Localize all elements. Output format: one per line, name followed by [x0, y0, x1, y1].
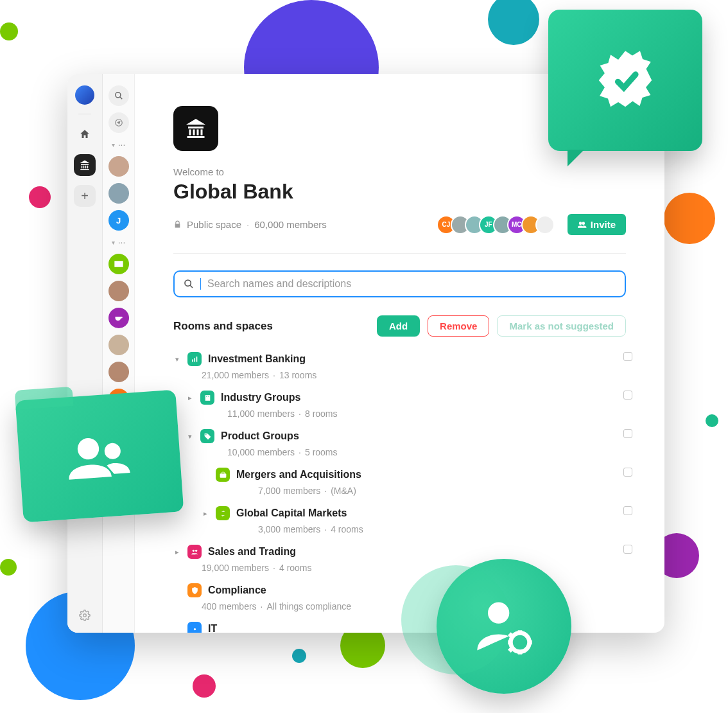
decor-chat-icon: [548, 10, 702, 151]
node-meta: 10,000 members·5 rooms: [227, 447, 626, 457]
mark-not-suggested-button[interactable]: Mark as not suggested: [497, 315, 626, 337]
search-field[interactable]: [173, 270, 626, 297]
node-title: Compliance: [208, 585, 266, 596]
tree-node-gcm: ▸Global Capital Markets3,000 members·4 r…: [173, 504, 626, 534]
caret-down-icon[interactable]: ▾: [173, 355, 181, 364]
room-avatar[interactable]: [108, 156, 129, 177]
space-type-icon: [187, 583, 202, 597]
select-checkbox[interactable]: [623, 352, 632, 361]
space-type-icon: [187, 545, 202, 559]
member-avatar-stack[interactable]: CJJFMC: [442, 215, 555, 234]
decor-folder-icon: [15, 390, 184, 523]
compass-icon[interactable]: [108, 112, 129, 133]
room-avatar[interactable]: [108, 254, 129, 274]
svg-point-10: [205, 434, 206, 435]
decor-circle: [193, 674, 216, 698]
tree-row[interactable]: ▸Industry Groups: [186, 388, 626, 407]
tree-row[interactable]: ▸Global Capital Markets: [202, 504, 626, 523]
decor-circle: [292, 649, 306, 663]
add-button[interactable]: Add: [377, 315, 420, 337]
member-avatar[interactable]: [535, 215, 555, 234]
decor-circle: [488, 0, 539, 45]
space-type-icon: [187, 622, 202, 633]
user-avatar[interactable]: [75, 85, 94, 105]
room-avatar[interactable]: [108, 308, 129, 328]
caret-right-icon[interactable]: ▸: [186, 394, 194, 402]
room-avatar[interactable]: [108, 281, 129, 301]
remove-button[interactable]: Remove: [428, 315, 489, 337]
room-list-column: ··· J···: [103, 74, 135, 633]
node-title: Investment Banking: [208, 353, 306, 365]
node-title: Product Groups: [221, 430, 299, 442]
select-checkbox[interactable]: [623, 506, 632, 515]
svg-rect-4: [192, 359, 193, 362]
select-checkbox[interactable]: [623, 468, 632, 477]
svg-point-14: [193, 628, 195, 629]
search-icon[interactable]: [108, 85, 129, 106]
room-avatar[interactable]: J: [108, 210, 129, 231]
nav-add-space[interactable]: +: [74, 185, 96, 207]
svg-rect-7: [205, 395, 210, 401]
section-collapse[interactable]: ···: [112, 237, 126, 247]
space-meta: Public space · 60,000 members: [173, 219, 327, 230]
node-meta: 3,000 members·4 rooms: [258, 524, 626, 534]
svg-rect-6: [196, 356, 197, 362]
svg-point-0: [83, 614, 87, 617]
svg-rect-11: [220, 473, 226, 478]
invite-button[interactable]: Invite: [568, 214, 626, 235]
space-icon: [173, 106, 218, 151]
invite-label: Invite: [591, 219, 616, 230]
svg-point-13: [195, 549, 197, 551]
tree-node-sales: ▸Sales and Trading19,000 members·4 rooms: [173, 542, 626, 573]
decor-circle: [706, 414, 718, 427]
nav-space-bank[interactable]: [74, 154, 96, 176]
member-count: 60,000 members: [254, 219, 327, 230]
room-avatar[interactable]: [108, 362, 129, 382]
tree-row[interactable]: ▸Sales and Trading: [173, 542, 626, 561]
select-checkbox[interactable]: [623, 545, 632, 554]
node-title: Mergers and Acquisitions: [236, 469, 361, 480]
nav-rail: +: [67, 74, 103, 633]
decor-circle: [0, 559, 17, 576]
decor-circle: [0, 22, 18, 40]
select-checkbox[interactable]: [623, 429, 632, 438]
select-checkbox[interactable]: [623, 391, 632, 400]
caret-right-icon[interactable]: ▸: [173, 548, 181, 556]
node-meta: 21,000 members·13 rooms: [202, 370, 626, 380]
svg-point-12: [192, 549, 194, 551]
settings-icon[interactable]: [79, 610, 91, 621]
section-title: Rooms and spaces: [173, 320, 273, 333]
main-content: Welcome to Global Bank Public space · 60…: [135, 74, 664, 633]
caret-down-icon[interactable]: ▾: [186, 432, 194, 441]
room-avatar[interactable]: [108, 335, 129, 355]
space-type-icon: [187, 352, 202, 366]
search-icon: [184, 279, 194, 289]
lock-icon: [173, 220, 182, 229]
node-title: Global Capital Markets: [236, 507, 347, 519]
decor-circle: [664, 193, 715, 244]
caret-right-icon[interactable]: ▸: [202, 509, 209, 518]
svg-point-17: [488, 603, 509, 624]
svg-rect-9: [208, 396, 209, 396]
tree-row[interactable]: Mergers and Acquisitions: [202, 465, 626, 484]
svg-point-1: [115, 92, 120, 98]
search-input[interactable]: [207, 278, 616, 290]
svg-rect-5: [194, 358, 195, 362]
tree-node-inv: ▾Investment Banking21,000 members·13 roo…: [173, 349, 626, 380]
tree-node-ma: Mergers and Acquisitions7,000 members·(M…: [173, 465, 626, 496]
svg-point-16: [104, 443, 121, 460]
space-type-icon: [200, 391, 214, 405]
section-collapse[interactable]: ···: [112, 139, 126, 150]
room-avatar[interactable]: [108, 183, 129, 204]
tree-row[interactable]: ▾Product Groups: [186, 427, 626, 446]
tree-row[interactable]: ▾Investment Banking: [173, 349, 626, 369]
svg-rect-8: [206, 396, 207, 396]
welcome-label: Welcome to: [173, 166, 626, 177]
node-title: Industry Groups: [221, 392, 300, 403]
node-title: Sales and Trading: [208, 546, 296, 558]
svg-point-15: [77, 437, 100, 461]
tree-node-prod: ▾Product Groups10,000 members·5 rooms: [173, 427, 626, 457]
node-meta: 19,000 members·4 rooms: [202, 563, 626, 573]
nav-home[interactable]: [74, 123, 96, 145]
space-title: Global Bank: [173, 180, 626, 204]
